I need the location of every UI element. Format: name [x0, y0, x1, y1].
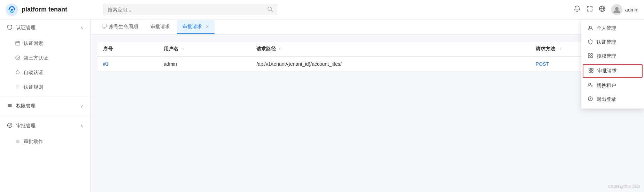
dropdown-label-switch-tenant: 切换租户 — [597, 82, 616, 89]
sidebar: 认证管理 ∧ 认证因素 — [0, 19, 91, 192]
col-request-path: 请求路径 ↑↓ — [251, 42, 530, 57]
footer-watermark: CSDN @龙归CEO — [608, 184, 640, 189]
svg-point-8 — [615, 7, 619, 10]
header: platform tenant — [0, 0, 644, 19]
sort-arrows-method[interactable]: ↑↓ — [558, 47, 561, 51]
sidebar-auth-factor-label: 认证因素 — [24, 40, 43, 47]
check-circle-icon — [7, 122, 13, 129]
table-header-row: 序号 用户名 ↑↓ 请求路径 ↑↓ — [98, 42, 637, 57]
sort-arrows-path[interactable]: ↑↓ — [279, 47, 282, 51]
tab-approval-request-2-label: 审批请求 — [183, 24, 202, 30]
calendar-icon — [15, 41, 20, 47]
table-row: #1 admin /api/v1/tenant/{tenant_id}/acco… — [98, 57, 637, 71]
logout-icon — [588, 96, 593, 103]
user-avatar-button[interactable]: admin — [611, 4, 638, 15]
sidebar-item-approval-action[interactable]: 审批动作 — [0, 134, 90, 149]
svg-rect-37 — [102, 24, 106, 27]
sidebar-section-auth: 认证管理 ∧ 认证因素 — [0, 19, 90, 95]
grid-icon-permission — [588, 53, 593, 60]
dropdown-item-personal[interactable]: 个人管理 — [581, 22, 644, 35]
svg-rect-13 — [591, 56, 592, 58]
search-icon — [267, 6, 273, 13]
logo-icon — [6, 3, 18, 16]
svg-rect-14 — [589, 68, 591, 70]
dropdown-label-personal: 个人管理 — [597, 25, 616, 32]
col-index: 序号 — [98, 42, 158, 57]
dropdown-menu: 个人管理 认证管理 — [581, 19, 644, 109]
sidebar-divider-1 — [0, 96, 90, 96]
search-area — [103, 4, 277, 15]
tab-approval-request-1[interactable]: 审批请求 — [145, 20, 176, 34]
dropdown-item-auth[interactable]: 认证管理 — [581, 35, 644, 49]
svg-rect-12 — [588, 56, 590, 58]
svg-line-3 — [271, 10, 272, 11]
approval-table: 序号 用户名 ↑↓ 请求路径 ↑↓ — [98, 42, 637, 71]
sidebar-section-approval: 审批管理 ∧ 审批动作 — [0, 118, 90, 149]
switch-user-icon — [588, 82, 593, 89]
sidebar-permission-label: 权限管理 — [16, 103, 36, 109]
cell-index: #1 — [98, 57, 158, 71]
dropdown-item-switch-tenant[interactable]: 切换租户 — [581, 79, 644, 93]
sidebar-title-approval[interactable]: 审批管理 ∧ — [0, 118, 90, 134]
sidebar-item-third-party-auth[interactable]: 第三方认证 — [0, 51, 90, 65]
sidebar-title-auth[interactable]: 认证管理 ∧ — [0, 19, 90, 36]
fullscreen-icon[interactable] — [586, 5, 593, 14]
table-area: 序号 用户名 ↑↓ 请求路径 ↑↓ — [91, 35, 644, 192]
circle-arrow-icon — [15, 55, 20, 61]
grid-icon-approval — [588, 67, 594, 74]
svg-point-26 — [16, 56, 20, 60]
chevron-down-permission: ∨ — [80, 104, 83, 109]
cell-username: admin — [158, 57, 251, 71]
app-title: platform tenant — [22, 6, 67, 13]
svg-point-21 — [590, 99, 591, 100]
search-input[interactable] — [108, 7, 267, 13]
svg-point-33 — [8, 123, 12, 128]
svg-rect-17 — [591, 71, 593, 72]
chevron-up-auth: ∧ — [80, 25, 83, 30]
sidebar-third-party-label: 第三方认证 — [24, 55, 48, 61]
logo-area: platform tenant — [6, 3, 96, 16]
sidebar-item-auth-factor[interactable]: 认证因素 — [0, 36, 90, 51]
sidebar-auth-rules-label: 认证规则 — [24, 84, 43, 90]
dropdown-item-logout[interactable]: 退出登录 — [581, 93, 644, 106]
refresh-icon — [15, 70, 20, 76]
tab-account-lifecycle[interactable]: 账号生命周期 — [96, 20, 143, 34]
sort-arrows-username[interactable]: ↑↓ — [181, 47, 185, 51]
dropdown-label-auth: 认证管理 — [597, 39, 616, 46]
svg-rect-11 — [591, 54, 592, 55]
svg-point-1 — [11, 9, 13, 11]
col-username: 用户名 ↑↓ — [158, 42, 251, 57]
avatar — [611, 4, 622, 15]
sidebar-approval-label: 审批管理 — [16, 123, 36, 129]
person-icon — [588, 25, 593, 32]
sidebar-item-auto-auth[interactable]: 自动认证 — [0, 65, 90, 80]
sidebar-title-permission[interactable]: 权限管理 ∨ — [0, 98, 90, 114]
header-right: admin — [574, 4, 638, 15]
dropdown-item-approval[interactable]: 审批请求 — [583, 64, 643, 78]
sidebar-approval-action-label: 审批动作 — [24, 138, 43, 145]
sidebar-item-auth-rules[interactable]: 认证规则 — [0, 80, 90, 95]
notification-icon[interactable] — [574, 5, 581, 14]
main-layout: 认证管理 ∧ 认证因素 — [0, 19, 644, 192]
globe-icon[interactable] — [599, 5, 606, 14]
content-area: 账号生命周期 审批请求 审批请求 ✕ 序 — [91, 19, 644, 192]
list-icon-auth — [15, 85, 20, 90]
sidebar-section-permission: 权限管理 ∨ — [0, 98, 90, 114]
tab-close-button[interactable]: ✕ — [205, 24, 209, 29]
dropdown-label-logout: 退出登录 — [597, 96, 616, 103]
monitor-icon — [102, 24, 107, 30]
list-icon-approval — [15, 139, 20, 145]
table-wrapper: 序号 用户名 ↑↓ 请求路径 ↑↓ — [98, 42, 637, 71]
svg-point-9 — [589, 26, 591, 28]
sidebar-auto-auth-label: 自动认证 — [24, 70, 43, 76]
app-container: platform tenant — [0, 0, 644, 192]
search-box — [103, 4, 277, 15]
svg-point-18 — [589, 83, 591, 85]
dropdown-item-permission[interactable]: 授权管理 — [581, 49, 644, 63]
sidebar-auth-label: 认证管理 — [16, 25, 36, 31]
tab-approval-request-2[interactable]: 审批请求 ✕ — [177, 20, 215, 34]
tab-approval-request-1-label: 审批请求 — [150, 24, 170, 30]
tabs-bar: 账号生命周期 审批请求 审批请求 ✕ — [91, 19, 644, 35]
dropdown-label-approval: 审批请求 — [597, 68, 617, 74]
cell-request-path: /api/v1/tenant/{tenant_id}/account_lifes… — [251, 57, 530, 71]
